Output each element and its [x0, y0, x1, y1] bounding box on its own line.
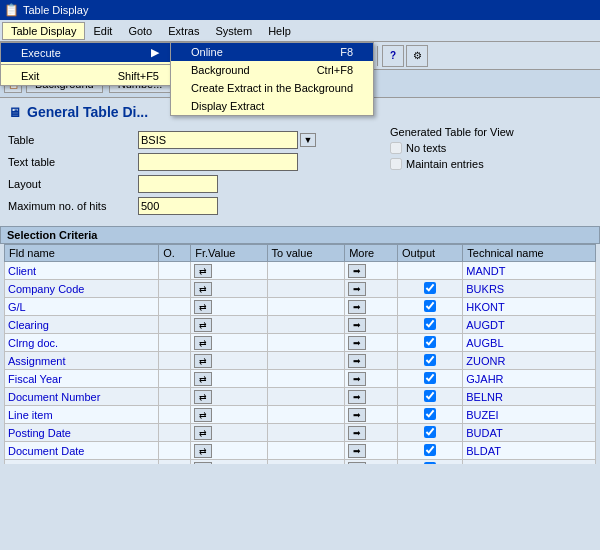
o-cell: [159, 388, 191, 406]
output-checkbox[interactable]: [424, 408, 436, 420]
fr-value-btn[interactable]: ⇄: [194, 462, 212, 465]
more-btn[interactable]: ➡: [348, 462, 366, 465]
output-checkbox[interactable]: [424, 372, 436, 384]
fr-value-btn[interactable]: ⇄: [194, 354, 212, 368]
more-btn[interactable]: ➡: [348, 426, 366, 440]
menu-exit[interactable]: Exit Shift+F5: [1, 67, 179, 85]
fr-value-btn[interactable]: ⇄: [194, 372, 212, 386]
to-value-cell: [267, 298, 345, 316]
more-cell: ➡: [345, 460, 398, 465]
field-name-text: Currency: [8, 463, 53, 465]
field-name-cell: Fiscal Year: [5, 370, 159, 388]
col-output: Output: [398, 245, 463, 262]
more-btn[interactable]: ➡: [348, 354, 366, 368]
output-cell: [398, 388, 463, 406]
fr-value-cell: ⇄: [191, 406, 267, 424]
output-cell: [398, 460, 463, 465]
fr-value-btn[interactable]: ⇄: [194, 390, 212, 404]
menu-edit[interactable]: Edit: [85, 23, 120, 39]
fr-value-btn[interactable]: ⇄: [194, 300, 212, 314]
execute-create-extract[interactable]: Create Extract in the Background: [171, 79, 373, 97]
more-btn[interactable]: ➡: [348, 264, 366, 278]
field-name-cell: Company Code: [5, 280, 159, 298]
fr-value-btn[interactable]: ⇄: [194, 336, 212, 350]
more-btn[interactable]: ➡: [348, 372, 366, 386]
output-checkbox[interactable]: [424, 354, 436, 366]
field-name-text: Company Code: [8, 283, 84, 295]
form-area: Table ▼ Text table Layout Maximum no. of…: [0, 126, 600, 222]
more-btn[interactable]: ➡: [348, 444, 366, 458]
tech-name-text: BELNR: [466, 391, 503, 403]
layout-input[interactable]: [138, 175, 218, 193]
field-name-text: Line item: [8, 409, 53, 421]
more-btn[interactable]: ➡: [348, 408, 366, 422]
output-cell: [398, 262, 463, 280]
output-checkbox[interactable]: [424, 462, 436, 465]
tech-name-text: MANDT: [466, 265, 505, 277]
output-checkbox[interactable]: [424, 426, 436, 438]
to-value-cell: [267, 460, 345, 465]
fr-value-btn[interactable]: ⇄: [194, 444, 212, 458]
fr-value-btn[interactable]: ⇄: [194, 264, 212, 278]
field-name-text: Client: [8, 265, 36, 277]
more-btn[interactable]: ➡: [348, 300, 366, 314]
table-row: Clrng doc.⇄➡AUGBL: [5, 334, 596, 352]
menu-table-display[interactable]: Table Display: [2, 22, 85, 40]
max-hits-label: Maximum no. of hits: [8, 200, 138, 212]
more-cell: ➡: [345, 424, 398, 442]
max-hits-input[interactable]: [138, 197, 218, 215]
menu-system[interactable]: System: [207, 23, 260, 39]
fr-value-btn[interactable]: ⇄: [194, 282, 212, 296]
more-btn[interactable]: ➡: [348, 390, 366, 404]
more-btn[interactable]: ➡: [348, 282, 366, 296]
o-cell: [159, 370, 191, 388]
output-checkbox[interactable]: [424, 390, 436, 402]
no-texts-checkbox[interactable]: [390, 142, 402, 154]
page-icon: 🖥: [8, 105, 21, 120]
more-cell: ➡: [345, 334, 398, 352]
output-checkbox[interactable]: [424, 336, 436, 348]
maintain-entries-checkbox[interactable]: [390, 158, 402, 170]
more-btn[interactable]: ➡: [348, 336, 366, 350]
more-cell: ➡: [345, 352, 398, 370]
table-input[interactable]: [138, 131, 298, 149]
fr-value-cell: ⇄: [191, 280, 267, 298]
tech-name-cell: BUKRS: [463, 280, 596, 298]
more-btn[interactable]: ➡: [348, 318, 366, 332]
tech-name-text: AUGDT: [466, 319, 505, 331]
fr-value-cell: ⇄: [191, 262, 267, 280]
output-checkbox[interactable]: [424, 300, 436, 312]
help-btn[interactable]: ?: [382, 45, 404, 67]
tech-name-cell: BELNR: [463, 388, 596, 406]
fr-value-btn[interactable]: ⇄: [194, 408, 212, 422]
to-value-cell: [267, 316, 345, 334]
field-name-text: Clearing: [8, 319, 49, 331]
table-browse-btn[interactable]: ▼: [300, 133, 316, 147]
tech-name-text: BUKRS: [466, 283, 504, 295]
table-row: Line item⇄➡BUZEI: [5, 406, 596, 424]
execute-online[interactable]: Online F8: [171, 43, 373, 61]
tech-name-text: BLDAT: [466, 445, 501, 457]
execute-display-extract[interactable]: Display Extract: [171, 97, 373, 115]
menu-extras[interactable]: Extras: [160, 23, 207, 39]
output-checkbox[interactable]: [424, 444, 436, 456]
menu-help[interactable]: Help: [260, 23, 299, 39]
sep6: [377, 46, 378, 66]
output-checkbox[interactable]: [424, 318, 436, 330]
field-name-cell: Document Date: [5, 442, 159, 460]
text-table-input[interactable]: [138, 153, 298, 171]
output-cell: [398, 424, 463, 442]
menu-goto[interactable]: Goto: [120, 23, 160, 39]
fr-value-btn[interactable]: ⇄: [194, 426, 212, 440]
menu-separator: [1, 64, 179, 65]
settings-btn[interactable]: ⚙: [406, 45, 428, 67]
col-o: O.: [159, 245, 191, 262]
execute-background[interactable]: Background Ctrl+F8: [171, 61, 373, 79]
output-checkbox[interactable]: [424, 282, 436, 294]
fr-value-btn[interactable]: ⇄: [194, 318, 212, 332]
o-cell: [159, 262, 191, 280]
menu-execute[interactable]: Execute: [1, 43, 179, 62]
page-title: General Table Di...: [27, 104, 148, 120]
more-cell: ➡: [345, 316, 398, 334]
col-frvalue: Fr.Value: [191, 245, 267, 262]
